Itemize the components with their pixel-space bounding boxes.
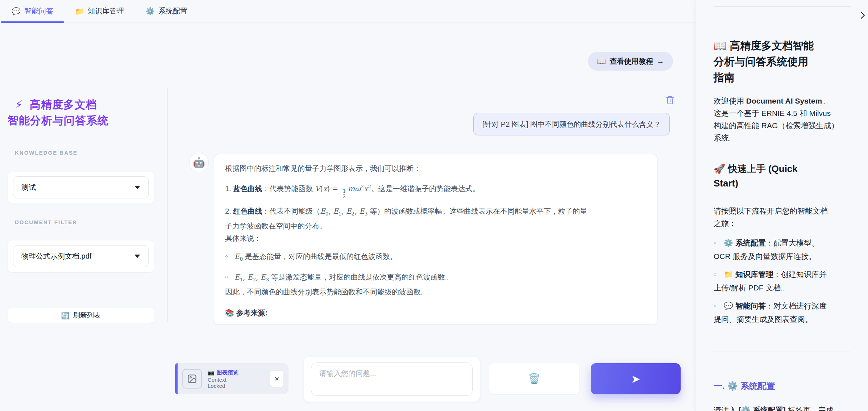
assistant-avatar: 🤖 [189,153,209,172]
collapse-sidebar-button[interactable] [857,9,868,22]
refresh-list-button[interactable]: 🔄 刷新列表 [8,308,154,323]
tab-system-config[interactable]: ⚙️ 系统配置 [135,0,198,22]
arrow-right-icon: → [657,57,664,66]
assistant-paragraph: 2. 红色曲线：代表不同能级（E0, E1, E2, E3 等）的波函数或概率幅… [225,205,646,244]
guide-welcome-paragraph: 欢迎使用 Document AI System。这是一个基于 ERNIE 4.5… [714,95,851,144]
folder-icon: 📁 [75,7,84,16]
usage-guide-content: 📖 高精度多文档智能分析与问答系统使用指南 欢迎使用 Document AI S… [714,0,851,411]
chart-preview-close-button[interactable]: ✕ [270,371,283,387]
refresh-label: 刷新列表 [73,311,101,320]
camera-icon: 📷 [208,369,215,376]
guide-title: 📖 高精度多文档智能分析与问答系统使用指南 [714,38,851,85]
send-arrow-icon: ➤ [631,373,640,385]
assistant-message-card: 根据图中的标注和常见的量子力学图形表示，我们可以推断： 1. 蓝色曲线：代表势能… [214,154,657,325]
document-filter-card: 物理公式示例文档.pdf [8,240,154,272]
chevron-right-icon [857,9,868,21]
assistant-bullet: ○E1, E2, E3 等是激发态能量，对应的曲线是依次更高的红色波函数。 [225,271,646,286]
assistant-paragraph: 1. 蓝色曲线：代表势能函数 V(x) = 12mω2x2。这是一维谐振子的势能… [225,180,646,199]
robot-icon: 🤖 [193,157,205,168]
knowledge-base-value: 测试 [21,183,36,192]
quick-start-step-knowledge: ○📁 知识库管理：创建知识库并上传/解析 PDF 文档。 [714,268,851,294]
chevron-down-icon [134,255,140,258]
tab-knowledge-base[interactable]: 📁 知识库管理 [64,0,135,22]
user-message-bubble: [针对 P2 图表] 图中不同颜色的曲线分别代表什么含义？ [473,113,670,135]
close-icon: ✕ [274,376,279,382]
trash-icon [665,95,675,105]
sidebar-section-divider [714,352,851,352]
send-button[interactable]: ➤ [591,363,681,394]
speech-bubble-icon: 💬 [12,7,21,16]
user-message-text: [针对 P2 图表] 图中不同颜色的曲线分别代表什么含义？ [482,119,661,129]
tab-label: 系统配置 [158,6,187,16]
assistant-references-heading: 📚 参考来源: [225,307,646,319]
quick-start-heading: 🚀 快速上手 (QuickStart) [714,162,851,190]
document-filter-select[interactable]: 物理公式示例文档.pdf [13,245,149,267]
chart-preview-label: 图表预览 [217,369,238,376]
document-filter-value: 物理公式示例文档.pdf [21,251,91,261]
knowledge-base-card: 测试 [8,172,154,204]
top-tab-bar: 💬 智能问答 📁 知识库管理 ⚙️ 系统配置 [0,0,695,22]
context-locked-status: Context Locked [208,377,234,389]
chart-preview-chip: 📷 图表预览 Context Locked ✕ [175,363,288,394]
refresh-icon: 🔄 [61,311,70,320]
tab-label: 知识库管理 [88,6,124,16]
question-input[interactable] [311,362,473,396]
vertical-divider [167,88,168,322]
zap-icon: ⚡ [15,98,23,110]
sidebar-top-divider [714,6,851,7]
left-sidebar: ⚡ 高精度多文档 智能分析与问答系统 KNOWLEDGE BASE 测试 DOC… [8,97,154,129]
tutorial-label: 查看使用教程 [610,56,653,66]
assistant-paragraph: 因此，不同颜色的曲线分别表示势能函数和不同能级的波函数。 [225,286,646,298]
clear-input-button[interactable]: 🗑️ [489,363,579,394]
quick-start-intro: 请按照以下流程开启您的智能文档之旅： [714,205,851,230]
book-icon: 📖 [597,57,606,66]
knowledge-base-label: KNOWLEDGE BASE [15,150,78,156]
image-placeholder-box [182,369,202,389]
app-window: 💬 智能问答 📁 知识库管理 ⚙️ 系统配置 📖 查看使用教程 → ⚡ 高精度多… [0,0,868,411]
usage-guide-sidebar: 📖 高精度多文档智能分析与问答系统使用指南 欢迎使用 Document AI S… [695,0,868,411]
section-config-heading: 一. ⚙️ 系统配置 [714,380,851,392]
view-tutorial-button[interactable]: 📖 查看使用教程 → [588,52,673,71]
app-title: ⚡ 高精度多文档 智能分析与问答系统 [8,97,154,129]
image-icon [187,374,197,384]
quick-start-step-qa: ○💬 智能问答：对文档进行深度提问、摘要生成及图表查阅。 [714,300,851,326]
tab-smart-qa[interactable]: 💬 智能问答 [1,0,64,22]
assistant-paragraph: 根据图中的标注和常见的量子力学图形表示，我们可以推断： [225,162,646,175]
assistant-bullet: ○E0 是基态能量，对应的曲线是最低的红色波函数。 [225,250,646,265]
chart-preview-text: 📷 图表预览 Context Locked [208,369,238,389]
section-config-body: 请进入 [⚙️ 系统配置] 标签页，完成 [714,404,851,411]
knowledge-base-select[interactable]: 测试 [13,176,149,198]
delete-chat-button[interactable] [664,93,676,106]
gear-icon: ⚙️ [146,7,155,16]
chevron-down-icon [134,186,140,189]
document-filter-label: DOCUMENT FILTER [15,219,77,225]
quick-start-step-config: ○⚙️ 系统配置：配置大模型、OCR 服务及向量数据库连接。 [714,237,851,263]
tab-label: 智能问答 [24,6,53,16]
wastebasket-icon: 🗑️ [528,373,540,385]
question-input-card [304,357,480,402]
